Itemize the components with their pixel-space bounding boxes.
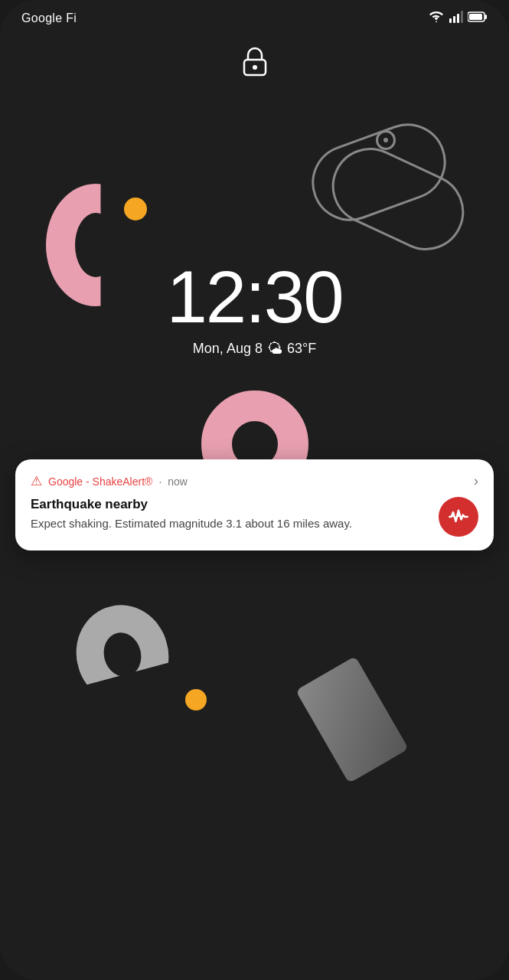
gray-u-shape (65, 595, 180, 715)
notification-message: Expect shaking. Estimated magnitude 3.1 … (31, 515, 429, 532)
signal-icon (449, 11, 463, 26)
clock-time: 12:30 (166, 260, 342, 334)
warning-triangle-icon: ⚠ (31, 473, 42, 489)
notification-card[interactable]: ⚠ Google - ShakeAlert® · now › Earthquak… (15, 459, 494, 550)
notification-app-icon (439, 497, 478, 537)
battery-icon (468, 11, 488, 25)
clock-date: Mon, Aug 8 🌤 63°F (166, 340, 342, 358)
clock-display: 12:30 Mon, Aug 8 🌤 63°F (166, 260, 342, 358)
carrier-label: Google Fi (21, 11, 77, 25)
notification-app-name: Google - ShakeAlert® (48, 475, 152, 488)
notification-body: Earthquake nearby Expect shaking. Estima… (31, 497, 478, 537)
notification-expand-chevron[interactable]: › (474, 473, 478, 489)
status-icons (428, 11, 488, 26)
date-text: Mon, Aug 8 (193, 341, 263, 357)
phone-frame: Google Fi (0, 0, 509, 980)
wifi-icon (428, 11, 445, 26)
notification-time: now (168, 475, 188, 488)
svg-rect-5 (485, 15, 487, 19)
lock-icon (241, 66, 269, 79)
orange-dot-shape-2 (185, 689, 207, 710)
notification-title: Earthquake nearby (31, 497, 429, 512)
seismic-waveform-icon (448, 506, 469, 528)
weather-icon: 🌤 (267, 340, 282, 358)
circle-dot-shape (376, 130, 396, 150)
gray-rectangle-shape (295, 656, 409, 783)
svg-rect-3 (461, 11, 463, 23)
temperature-text: 63°F (287, 341, 316, 357)
notification-text-block: Earthquake nearby Expect shaking. Estima… (31, 497, 429, 532)
lock-icon-container (241, 46, 269, 80)
svg-rect-1 (453, 16, 455, 23)
svg-point-8 (253, 65, 257, 70)
notification-separator: · (158, 475, 162, 488)
svg-rect-6 (469, 14, 482, 20)
orange-dot-shape-1 (124, 198, 147, 220)
svg-rect-0 (449, 18, 452, 23)
svg-rect-2 (457, 14, 459, 23)
status-bar: Google Fi (0, 0, 509, 37)
notification-header: ⚠ Google - ShakeAlert® · now › (31, 473, 478, 489)
notification-source: ⚠ Google - ShakeAlert® · now (31, 473, 188, 489)
